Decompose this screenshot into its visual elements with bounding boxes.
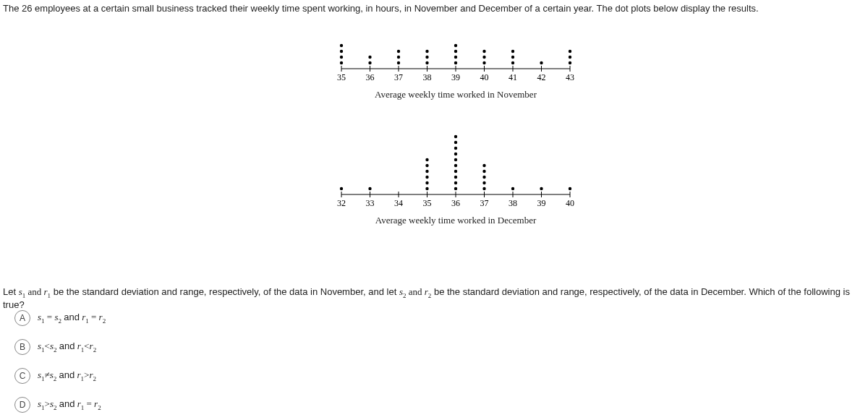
choice-d[interactable]: D s1>s2 and r1 = r2	[14, 396, 106, 413]
svg-point-48	[340, 187, 343, 190]
question-seg2: be the standard deviation and range, res…	[51, 286, 399, 297]
svg-point-73	[454, 135, 457, 138]
intro-text: The 26 employees at a certain small busi…	[3, 3, 861, 14]
svg-point-78	[482, 176, 485, 179]
svg-text:36: 36	[366, 72, 375, 82]
svg-point-89	[569, 187, 571, 190]
svg-point-20	[425, 50, 428, 53]
svg-point-76	[482, 187, 485, 190]
dotplot-november-svg: 353637383940414243	[333, 33, 579, 83]
svg-point-19	[425, 56, 428, 59]
svg-text:38: 38	[423, 72, 432, 82]
svg-point-6	[340, 44, 343, 47]
s1-r1: s1 and r1	[19, 286, 51, 297]
svg-text:43: 43	[566, 72, 574, 82]
svg-point-34	[511, 61, 514, 64]
svg-point-79	[482, 170, 485, 173]
svg-text:37: 37	[480, 198, 489, 208]
svg-point-51	[368, 187, 371, 190]
svg-point-29	[482, 61, 485, 64]
svg-point-3	[340, 61, 343, 64]
svg-point-61	[425, 158, 428, 161]
svg-point-26	[454, 44, 457, 47]
choice-c-text: s1≠s2 and r1>r2	[38, 369, 96, 382]
svg-text:33: 33	[366, 198, 375, 208]
svg-point-15	[397, 50, 400, 53]
plot-december: 323334353637383940 Average weekly time w…	[333, 122, 579, 226]
svg-point-77	[482, 181, 485, 184]
svg-point-67	[454, 170, 457, 173]
svg-text:42: 42	[537, 72, 546, 82]
question-text: Let s1 and r1 be the standard deviation …	[3, 286, 865, 310]
svg-text:40: 40	[480, 72, 489, 82]
svg-point-23	[454, 61, 457, 64]
choice-a[interactable]: A s1 = s2 and r1 = r2	[14, 309, 106, 327]
answer-choices: A s1 = s2 and r1 = r2 B s1<s2 and r1<r2 …	[14, 309, 106, 420]
svg-text:34: 34	[394, 198, 403, 208]
choice-d-letter: D	[14, 397, 30, 413]
svg-point-42	[569, 61, 571, 64]
dot-plots-container: 353637383940414243 Average weekly time w…	[333, 33, 579, 248]
svg-text:41: 41	[509, 72, 517, 82]
svg-point-60	[425, 164, 428, 167]
svg-text:36: 36	[451, 198, 460, 208]
plot-november: 353637383940414243 Average weekly time w…	[333, 33, 579, 100]
svg-point-5	[340, 50, 343, 53]
dotplot-december-svg: 323334353637383940	[333, 122, 579, 209]
caption-december: Average weekly time worked in December	[333, 215, 579, 226]
svg-point-66	[454, 176, 457, 179]
svg-point-57	[425, 181, 428, 184]
svg-point-72	[454, 141, 457, 144]
svg-point-71	[454, 147, 457, 150]
svg-text:39: 39	[451, 72, 460, 82]
svg-point-59	[425, 170, 428, 173]
svg-point-65	[454, 181, 457, 184]
svg-text:35: 35	[423, 198, 432, 208]
svg-point-31	[482, 50, 485, 53]
svg-point-14	[397, 56, 400, 59]
svg-point-80	[482, 164, 485, 167]
svg-point-69	[454, 158, 457, 161]
svg-point-13	[397, 61, 400, 64]
caption-november: Average weekly time worked in November	[333, 89, 579, 100]
svg-point-83	[511, 187, 514, 190]
svg-point-56	[425, 187, 428, 190]
svg-point-4	[340, 56, 343, 59]
choice-c[interactable]: C s1≠s2 and r1>r2	[14, 367, 106, 385]
svg-text:32: 32	[337, 198, 346, 208]
choice-b-letter: B	[14, 339, 30, 355]
svg-point-68	[454, 164, 457, 167]
svg-point-64	[454, 187, 457, 190]
svg-point-43	[569, 56, 571, 59]
svg-point-10	[368, 56, 371, 59]
question-seg1: Let	[3, 286, 19, 297]
svg-text:38: 38	[509, 198, 517, 208]
svg-point-58	[425, 176, 428, 179]
svg-text:40: 40	[566, 198, 574, 208]
svg-text:35: 35	[337, 72, 346, 82]
choice-b-text: s1<s2 and r1<r2	[38, 340, 96, 353]
choice-c-letter: C	[14, 368, 30, 384]
svg-point-24	[454, 56, 457, 59]
s2-r2: s2 and r2	[399, 286, 431, 297]
svg-point-44	[569, 50, 571, 53]
svg-point-70	[454, 153, 457, 155]
svg-point-39	[540, 61, 542, 64]
svg-point-18	[425, 61, 428, 64]
svg-text:39: 39	[537, 198, 546, 208]
choice-d-text: s1>s2 and r1 = r2	[38, 398, 101, 411]
svg-point-35	[511, 56, 514, 59]
svg-point-9	[368, 61, 371, 64]
choice-b[interactable]: B s1<s2 and r1<r2	[14, 338, 106, 356]
svg-point-86	[540, 187, 542, 190]
choice-a-text: s1 = s2 and r1 = r2	[38, 312, 106, 325]
choice-a-letter: A	[14, 310, 30, 326]
svg-point-30	[482, 56, 485, 59]
svg-text:37: 37	[394, 72, 403, 82]
svg-point-25	[454, 50, 457, 53]
svg-point-36	[511, 50, 514, 53]
